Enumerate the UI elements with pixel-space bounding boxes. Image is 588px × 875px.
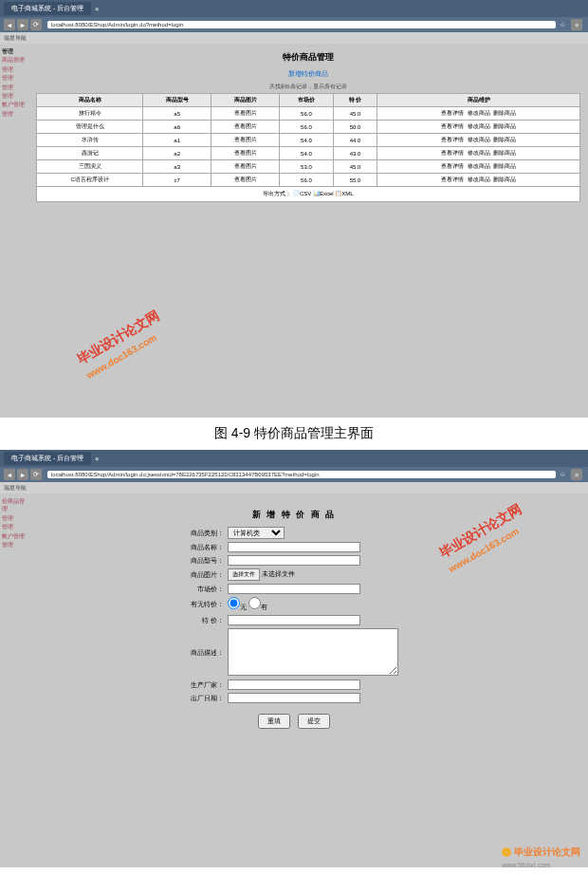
bookmark-link[interactable]: 瑞星导航 bbox=[4, 484, 27, 493]
cell-model: a3 bbox=[143, 160, 211, 174]
file-button[interactable]: 选择文件 bbox=[228, 568, 260, 581]
cell-ops: 查看详情 修改商品 删除商品 bbox=[377, 121, 580, 134]
sidebar-item[interactable]: 管理 bbox=[2, 523, 27, 531]
name-input[interactable] bbox=[228, 542, 360, 552]
desc-label: 商品描述： bbox=[142, 648, 228, 658]
sidebar-item[interactable]: 帐户管理 bbox=[2, 101, 27, 108]
table-row: 西游记 a2 查看图片 54.0 43.0 查看详情 修改商品 删除商品 bbox=[37, 147, 580, 160]
sidebar-item[interactable]: 价商品管理 bbox=[2, 497, 27, 513]
category-label: 商品类别： bbox=[142, 529, 228, 538]
op-edit[interactable]: 修改商品 bbox=[468, 150, 490, 156]
op-view[interactable]: 查看详情 bbox=[441, 110, 464, 116]
cell-img[interactable]: 查看图片 bbox=[211, 121, 280, 134]
cell-special: 45.0 bbox=[333, 107, 377, 121]
op-view[interactable]: 查看详情 bbox=[441, 163, 464, 169]
menu-icon[interactable]: ≡ bbox=[571, 19, 582, 30]
sidebar-item[interactable]: 管理 bbox=[2, 514, 27, 522]
cell-name: C语言程序设计 bbox=[37, 174, 143, 187]
market-label: 市场价： bbox=[142, 585, 228, 594]
cell-market: 56.0 bbox=[279, 121, 333, 134]
star-icon[interactable]: ☆ bbox=[560, 471, 571, 478]
op-del[interactable]: 删除商品 bbox=[493, 177, 516, 182]
url-field[interactable]: localhost:8080/EShop/Admin/login.do;jses… bbox=[47, 471, 556, 478]
op-del[interactable]: 删除商品 bbox=[493, 123, 516, 129]
sidebar-item[interactable]: 管理 bbox=[2, 110, 27, 118]
cell-img[interactable]: 查看图片 bbox=[211, 160, 280, 174]
op-edit[interactable]: 修改商品 bbox=[468, 110, 490, 116]
cell-img[interactable]: 查看图片 bbox=[211, 174, 280, 187]
browser-tab[interactable]: 电子商城系统 - 后台管理 bbox=[4, 452, 91, 465]
reload-icon[interactable]: ⟳ bbox=[30, 469, 42, 480]
radio-yes[interactable] bbox=[248, 597, 261, 609]
cell-model: a5 bbox=[143, 107, 211, 121]
cell-img[interactable]: 查看图片 bbox=[211, 147, 280, 160]
has-special-label: 有无特价： bbox=[142, 600, 228, 609]
radio-no[interactable] bbox=[228, 597, 240, 609]
back-icon[interactable]: ◄ bbox=[4, 469, 15, 480]
export-csv[interactable]: CSV bbox=[300, 191, 311, 196]
model-input[interactable] bbox=[228, 555, 360, 566]
export-excel-icon: 📊 bbox=[313, 191, 320, 196]
op-view[interactable]: 查看详情 bbox=[441, 137, 464, 142]
export-csv-icon: 📄 bbox=[293, 191, 300, 196]
desc-textarea[interactable] bbox=[228, 628, 398, 676]
export-xml[interactable]: XML bbox=[341, 191, 353, 196]
op-edit[interactable]: 修改商品 bbox=[468, 163, 490, 169]
cell-name: 水浒传 bbox=[37, 134, 143, 147]
op-edit[interactable]: 修改商品 bbox=[468, 137, 490, 142]
cell-special: 45.0 bbox=[333, 160, 377, 174]
star-icon[interactable]: ☆ bbox=[560, 21, 571, 28]
url-field[interactable]: localhost:8080/EShop/Admin/login.do?meth… bbox=[47, 21, 556, 28]
reload-icon[interactable]: ⟳ bbox=[30, 19, 42, 30]
op-del[interactable]: 删除商品 bbox=[493, 137, 516, 142]
date-input[interactable] bbox=[228, 693, 360, 703]
browser-tab[interactable]: 电子商城系统 - 后台管理 bbox=[4, 2, 91, 15]
bookmark-link[interactable]: 瑞星导航 bbox=[4, 34, 27, 43]
sidebar-item[interactable]: 商品管理 bbox=[2, 56, 27, 64]
page-content: 管理 商品管理 管理 管理 管理 管理 帐户管理 管理 特价商品管理 新增特价商… bbox=[0, 44, 588, 418]
add-product-link[interactable]: 新增特价商品 bbox=[288, 70, 328, 77]
cell-model: a6 bbox=[143, 121, 211, 134]
forward-icon[interactable]: ► bbox=[17, 19, 28, 30]
op-del[interactable]: 删除商品 bbox=[493, 150, 516, 156]
menu-icon[interactable]: ≡ bbox=[571, 469, 582, 480]
op-del[interactable]: 删除商品 bbox=[493, 163, 516, 169]
cell-img[interactable]: 查看图片 bbox=[211, 107, 280, 121]
sidebar-item[interactable]: 管理 bbox=[2, 541, 27, 549]
cell-ops: 查看详情 修改商品 删除商品 bbox=[377, 174, 580, 187]
cell-model: a2 bbox=[143, 147, 211, 160]
op-view[interactable]: 查看详情 bbox=[441, 150, 464, 156]
export-bar: 导出方式： 📄CSV 📊Excel 📋XML bbox=[36, 187, 580, 202]
op-edit[interactable]: 修改商品 bbox=[468, 123, 490, 129]
op-del[interactable]: 删除商品 bbox=[493, 110, 516, 116]
market-input[interactable] bbox=[228, 584, 360, 594]
page-content: 价商品管理 管理 管理 帐户管理 管理 新 增 特 价 商 品 商品类别：计算机… bbox=[0, 493, 588, 867]
reset-button[interactable]: 重填 bbox=[258, 714, 290, 729]
sidebar-item[interactable]: 管理 bbox=[2, 65, 27, 73]
forward-icon[interactable]: ► bbox=[17, 469, 28, 480]
sidebar-item[interactable]: 管理 bbox=[2, 74, 27, 82]
special-input[interactable] bbox=[228, 615, 360, 625]
op-view[interactable]: 查看详情 bbox=[441, 177, 464, 182]
tab-close-icon[interactable]: × bbox=[95, 456, 99, 462]
cell-market: 53.0 bbox=[279, 160, 333, 174]
cell-market: 54.0 bbox=[279, 147, 333, 160]
cell-name: 管理是什么 bbox=[37, 121, 143, 134]
maker-input[interactable] bbox=[228, 680, 360, 690]
category-select[interactable]: 计算机类 bbox=[228, 527, 285, 539]
submit-button[interactable]: 提交 bbox=[298, 714, 330, 729]
main-panel: 特价商品管理 新增特价商品 共找到6条记录，显示所有记录 商品名称 商品型号 商… bbox=[28, 44, 588, 206]
date-label: 出厂日期： bbox=[142, 694, 228, 703]
op-edit[interactable]: 修改商品 bbox=[468, 177, 490, 182]
op-view[interactable]: 查看详情 bbox=[441, 123, 464, 129]
cell-img[interactable]: 查看图片 bbox=[211, 134, 280, 147]
export-excel[interactable]: Excel bbox=[320, 191, 334, 196]
sidebar-item[interactable]: 帐户管理 bbox=[2, 532, 27, 540]
browser-titlebar: 电子商城系统 - 后台管理 × bbox=[0, 0, 588, 17]
sidebar-item[interactable]: 管理 bbox=[2, 84, 27, 91]
cell-ops: 查看详情 修改商品 删除商品 bbox=[377, 160, 580, 174]
cell-market: 56.0 bbox=[279, 174, 333, 187]
sidebar-item[interactable]: 管理 bbox=[2, 92, 27, 100]
tab-close-icon[interactable]: × bbox=[95, 6, 99, 12]
back-icon[interactable]: ◄ bbox=[4, 19, 15, 30]
